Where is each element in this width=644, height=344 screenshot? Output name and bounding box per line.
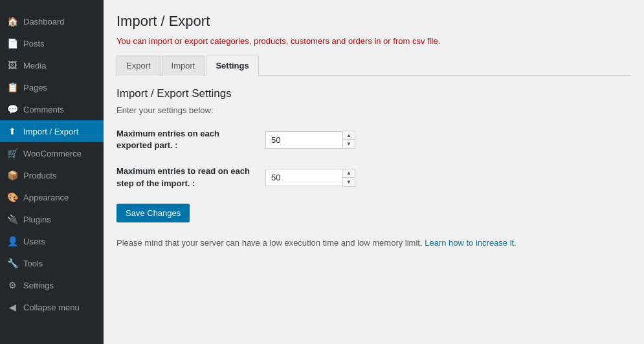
import-export-icon: ⬆ xyxy=(6,125,18,137)
sidebar-item-plugins[interactable]: 🔌Plugins xyxy=(0,208,104,230)
settings-icon: ⚙ xyxy=(6,279,18,291)
sidebar-item-label: Posts xyxy=(23,39,45,48)
collapse-icon: ◀ xyxy=(6,301,18,313)
max-import-entries-increment[interactable]: ▲ xyxy=(343,169,355,178)
form-row-max-import-entries: Maximum entries to read on each step of … xyxy=(117,166,631,189)
sidebar-item-pages[interactable]: 📋Pages xyxy=(0,76,104,98)
media-icon: 🖼 xyxy=(6,59,18,71)
sidebar-item-label: Users xyxy=(23,237,45,246)
tools-icon: 🔧 xyxy=(6,257,18,269)
sidebar-item-import-export[interactable]: ⬆Import / Export xyxy=(0,120,104,142)
max-import-entries-input[interactable] xyxy=(265,169,343,186)
main-content: Import / Export You can import or export… xyxy=(104,0,644,344)
sidebar-item-comments[interactable]: 💬Comments xyxy=(0,98,104,120)
sidebar-item-label: Products xyxy=(23,171,56,180)
footer-link[interactable]: Learn how to increase it xyxy=(425,238,514,248)
form-row-max-export-entries: Maximum entries on each exported part. :… xyxy=(117,128,631,151)
max-export-entries-decrement[interactable]: ▼ xyxy=(343,140,355,148)
sidebar-item-label: Media xyxy=(23,61,46,70)
appearance-icon: 🎨 xyxy=(6,191,18,203)
footer-note: Please mind that your server can have a … xyxy=(117,238,631,248)
woocommerce-icon: 🛒 xyxy=(6,147,18,159)
sidebar-item-products[interactable]: 📦Products xyxy=(0,164,104,186)
sidebar-item-appearance[interactable]: 🎨Appearance xyxy=(0,186,104,208)
comments-icon: 💬 xyxy=(6,103,18,115)
sidebar-item-tools[interactable]: 🔧Tools xyxy=(0,252,104,274)
tabs-bar: ExportImportSettings xyxy=(117,55,631,76)
save-changes-button[interactable]: Save Changes xyxy=(117,204,190,222)
export-tab[interactable]: Export xyxy=(117,56,161,76)
sidebar: 🏠Dashboard📄Posts🖼Media📋Pages💬Comments⬆Im… xyxy=(0,0,104,344)
products-icon: 📦 xyxy=(6,169,18,181)
sidebar-item-collapse[interactable]: ◀Collapse menu xyxy=(0,296,104,318)
sidebar-item-label: Dashboard xyxy=(23,17,65,27)
dashboard-icon: 🏠 xyxy=(6,16,18,27)
sidebar-item-posts[interactable]: 📄Posts xyxy=(0,32,104,54)
page-title: Import / Export xyxy=(117,13,631,30)
sidebar-item-users[interactable]: 👤Users xyxy=(0,230,104,252)
section-title: Import / Export Settings xyxy=(117,87,631,100)
sidebar-item-label: Comments xyxy=(23,105,64,114)
sidebar-item-dashboard[interactable]: 🏠Dashboard xyxy=(0,10,104,32)
max-import-entries-spinner: ▲ ▼ xyxy=(343,169,355,187)
fields-container: Maximum entries on each exported part. :… xyxy=(117,128,631,189)
info-text: You can import or export categories, pro… xyxy=(117,36,631,46)
sidebar-item-label: Pages xyxy=(23,83,47,92)
sidebar-item-label: WooCommerce xyxy=(23,149,82,158)
pages-icon: 📋 xyxy=(6,81,18,93)
subtitle: Enter your settings below: xyxy=(117,105,631,115)
sidebar-item-settings[interactable]: ⚙Settings xyxy=(0,274,104,296)
max-export-entries-input-wrap: ▲ ▼ xyxy=(265,131,355,149)
sidebar-header xyxy=(0,0,104,10)
sidebar-item-label: Import / Export xyxy=(23,127,78,136)
max-export-entries-input[interactable] xyxy=(265,131,343,149)
posts-icon: 📄 xyxy=(6,38,18,49)
sidebar-item-label: Plugins xyxy=(23,215,51,224)
settings-tab[interactable]: Settings xyxy=(206,56,258,76)
plugins-icon: 🔌 xyxy=(6,213,18,225)
sidebar-item-woocommerce[interactable]: 🛒WooCommerce xyxy=(0,142,104,164)
max-import-entries-input-wrap: ▲ ▼ xyxy=(265,169,355,187)
import-tab[interactable]: Import xyxy=(162,56,205,76)
sidebar-item-label: Settings xyxy=(23,281,54,290)
sidebar-item-label: Appearance xyxy=(23,193,69,202)
max-export-entries-increment[interactable]: ▲ xyxy=(343,131,355,140)
max-import-entries-decrement[interactable]: ▼ xyxy=(343,178,355,186)
sidebar-item-label: Collapse menu xyxy=(23,303,80,312)
max-export-entries-label: Maximum entries on each exported part. : xyxy=(117,128,252,151)
max-export-entries-spinner: ▲ ▼ xyxy=(343,131,355,149)
sidebar-item-media[interactable]: 🖼Media xyxy=(0,54,104,76)
max-import-entries-label: Maximum entries to read on each step of … xyxy=(117,166,252,189)
users-icon: 👤 xyxy=(6,235,18,247)
sidebar-item-label: Tools xyxy=(23,259,43,268)
settings-section: Import / Export Settings Enter your sett… xyxy=(117,76,631,248)
